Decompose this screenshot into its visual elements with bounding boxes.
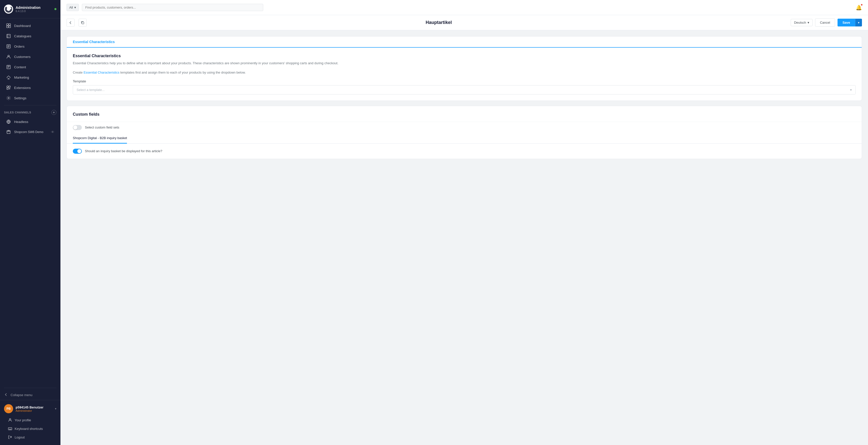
custom-fields-title: Custom fields — [67, 106, 862, 122]
inquiry-toggle[interactable] — [73, 149, 82, 154]
user-menu: Your profile Keyboard shortcuts Logout — [4, 415, 56, 443]
extensions-icon — [6, 85, 11, 90]
sidebar-item-headless[interactable]: Headless — [2, 117, 58, 127]
sidebar-item-content[interactable]: Content — [2, 62, 58, 72]
main-content: All ▾ 🔔 Hauptartikel Deutsch — [60, 0, 868, 445]
user-info: p594145 Benutzer Administrator — [16, 406, 52, 412]
app-version: 6.4.13.0 — [16, 9, 52, 12]
svg-rect-1 — [6, 24, 8, 25]
eye-icon: 👁 — [51, 130, 54, 134]
save-dropdown-button[interactable]: ▾ — [855, 19, 862, 26]
sidebar-label-settings: Settings — [14, 96, 26, 100]
sidebar-item-customers[interactable]: Customers — [2, 52, 58, 62]
header-actions: Deutsch ▾ Cancel Save ▾ — [791, 19, 862, 27]
inquiry-toggle-knob — [77, 149, 81, 153]
logo-icon — [4, 4, 13, 13]
topbar-right: 🔔 — [856, 4, 862, 10]
avatar: PB — [4, 404, 13, 413]
search-filter-button[interactable]: All ▾ — [66, 4, 79, 11]
add-channel-button[interactable]: + — [51, 110, 56, 115]
sidebar-label-catalogues: Catalogues — [14, 34, 31, 38]
sidebar-item-catalogues[interactable]: Catalogues — [2, 31, 58, 41]
page-content-area: Essential Characteristics Essential Char… — [60, 30, 868, 445]
user-profile-toggle[interactable]: PB p594145 Benutzer Administrator ▾ — [4, 403, 56, 415]
essential-characteristics-create-text: Create Essential Characteristics templat… — [73, 70, 856, 75]
user-menu-logout[interactable]: Logout — [4, 433, 56, 442]
create-prefix: Create — [73, 70, 84, 74]
search-bar[interactable] — [82, 4, 263, 11]
custom-fields-card: Custom fields Select custom field sets S… — [66, 106, 862, 159]
save-button-group: Save ▾ — [838, 19, 862, 26]
user-menu-profile[interactable]: Your profile — [4, 416, 56, 424]
logo-text: Administration 6.4.13.0 — [16, 5, 52, 12]
app-title: Administration — [16, 5, 52, 9]
collapse-label: Collapse menu — [10, 393, 32, 397]
sidebar: Administration 6.4.13.0 Dashboard Catalo… — [0, 0, 60, 445]
user-role: Administrator — [16, 409, 52, 412]
content-icon — [6, 64, 11, 69]
app-logo: Administration 6.4.13.0 — [0, 0, 60, 19]
shortcuts-label: Keyboard shortcuts — [14, 427, 43, 431]
essential-characteristics-link[interactable]: Essential Characteristics — [84, 70, 119, 74]
logout-label: Logout — [14, 436, 25, 439]
custom-field-sets-toggle[interactable] — [73, 125, 82, 130]
svg-rect-10 — [7, 88, 8, 89]
store-icon — [6, 129, 11, 135]
sidebar-label-extensions: Extensions — [14, 86, 31, 90]
user-name: p594145 Benutzer — [16, 406, 52, 409]
template-label: Template — [73, 79, 856, 83]
svg-rect-8 — [7, 86, 8, 87]
svg-point-11 — [8, 97, 9, 99]
essential-characteristics-card: Essential Characteristics Essential Char… — [66, 36, 862, 101]
sidebar-item-marketing[interactable]: Marketing — [2, 72, 58, 82]
sidebar-item-settings[interactable]: Settings — [2, 93, 58, 103]
toggle-knob — [73, 125, 77, 129]
main-nav: Dashboard Catalogues Orders Customers Co… — [0, 19, 60, 386]
custom-field-tab-shopcorn[interactable]: Shopcorn Digital - B2B inquiry basket — [73, 133, 127, 144]
back-button[interactable] — [66, 19, 74, 27]
profile-label: Your profile — [14, 418, 31, 422]
template-chevron-icon: ▾ — [850, 88, 852, 92]
svg-rect-9 — [9, 86, 10, 87]
sidebar-item-extensions[interactable]: Extensions — [2, 83, 58, 93]
collapse-menu-button[interactable]: Collapse menu — [0, 390, 60, 400]
template-select[interactable]: Select a template... ▾ — [73, 85, 856, 94]
sidebar-item-shopcorn[interactable]: Shopcorn SW6 Demo 👁 — [2, 127, 58, 137]
notifications-button[interactable]: 🔔 — [856, 4, 862, 10]
marketing-icon — [6, 75, 11, 80]
catalogues-icon — [6, 33, 11, 38]
chevron-down-icon: ▾ — [55, 407, 56, 411]
user-menu-shortcuts[interactable]: Keyboard shortcuts — [4, 424, 56, 433]
svg-rect-15 — [82, 22, 84, 24]
copy-button[interactable] — [79, 19, 87, 27]
sidebar-label-marketing: Marketing — [14, 76, 29, 79]
filter-chevron-icon: ▾ — [74, 5, 76, 9]
inquiry-label: Should an inquiry basket be displayed fo… — [85, 149, 162, 153]
essential-characteristics-tab-label: Essential Characteristics — [73, 40, 115, 44]
svg-rect-7 — [7, 65, 10, 69]
svg-rect-3 — [6, 26, 8, 28]
logout-icon — [8, 435, 12, 439]
language-selector[interactable]: Deutsch ▾ — [791, 19, 813, 26]
svg-point-13 — [9, 419, 11, 420]
dashboard-icon — [6, 23, 11, 28]
essential-characteristics-tab[interactable]: Essential Characteristics — [67, 36, 862, 48]
search-input[interactable] — [85, 5, 260, 9]
save-button[interactable]: Save — [838, 19, 855, 26]
create-suffix: templates first and assign them to each … — [119, 70, 246, 74]
bottom-divider — [4, 388, 56, 388]
sidebar-label-customers: Customers — [14, 55, 30, 59]
template-placeholder: Select a template... — [76, 88, 104, 92]
svg-point-0 — [6, 7, 11, 11]
sidebar-item-dashboard[interactable]: Dashboard — [2, 21, 58, 31]
page-title: Hauptartikel — [91, 20, 787, 25]
sidebar-label-content: Content — [14, 65, 26, 69]
profile-icon — [8, 418, 12, 422]
cancel-button[interactable]: Cancel — [815, 19, 835, 27]
headless-icon — [6, 119, 11, 124]
svg-rect-2 — [9, 24, 10, 25]
essential-characteristics-body: Essential Characteristics Essential Char… — [67, 48, 862, 100]
svg-point-6 — [8, 55, 9, 57]
sidebar-item-orders[interactable]: Orders — [2, 41, 58, 51]
custom-fields-toggle-row: Select custom field sets — [67, 122, 862, 133]
